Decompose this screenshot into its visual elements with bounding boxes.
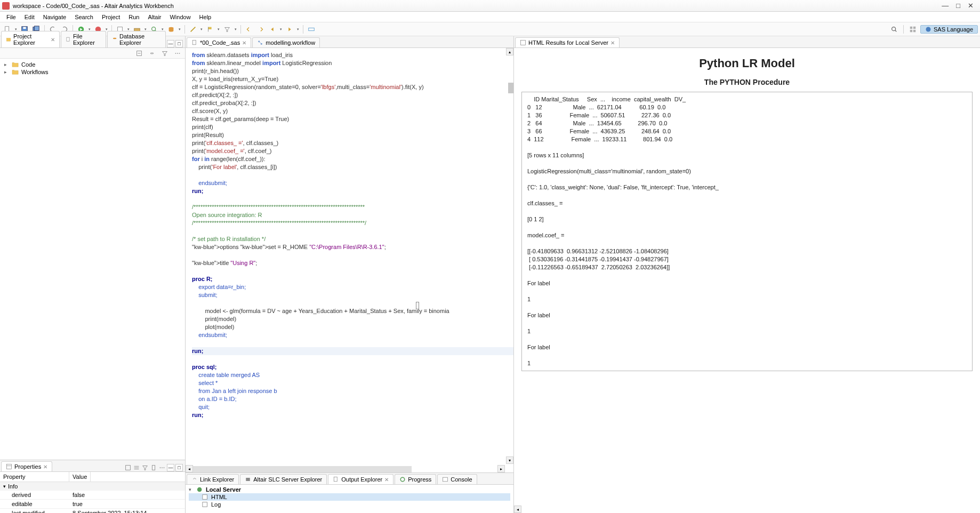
svg-rect-48 [443,477,448,482]
project-tree: ▸ Code ▸ Workflows [0,59,185,78]
chevron-down-icon[interactable]: ▾ [189,487,194,492]
close-icon[interactable]: ✕ [611,40,615,46]
menu-window[interactable]: Window [166,13,194,21]
code-editor[interactable]: from sklearn.datasets import load_irisfr… [186,48,513,472]
results-panel[interactable]: Python LR Model The PYTHON Procedure ID … [514,48,980,513]
svg-rect-37 [152,466,155,470]
props-btn5[interactable] [158,464,166,471]
menu-icon[interactable] [172,48,183,59]
pin-button[interactable] [306,24,317,35]
minimize-button[interactable]: — [942,2,949,10]
language-selector[interactable]: SAS Language [920,25,978,34]
menu-navigate[interactable]: Navigate [40,13,69,21]
scroll-down-button[interactable]: ▾ [506,456,513,464]
svg-rect-41 [192,41,196,45]
tab-file-explorer[interactable]: File Explorer [61,31,106,47]
svg-rect-33 [126,466,131,470]
text-cursor [416,302,419,309]
search-icon[interactable] [889,24,899,35]
scrollbar-horizontal[interactable] [193,466,412,472]
results-subtitle: The PYTHON Procedure [521,78,973,86]
tab-altair-server-explorer[interactable]: Altair SLC Server Explorer [240,474,327,484]
wand-button[interactable] [188,24,198,35]
properties-tabstrip: Properties ✕ — □ [0,460,185,472]
svg-point-39 [162,467,163,468]
server-item-log[interactable]: Log [189,501,510,508]
tab-link-explorer[interactable]: Link Explorer [187,474,239,484]
maximize-view-button[interactable]: □ [175,464,183,471]
tab-workflow[interactable]: modelling.workflow [252,37,320,47]
svg-rect-23 [6,38,11,41]
perspective-button[interactable] [907,24,918,35]
scroll-up-button[interactable]: ▴ [506,48,513,55]
scroll-right-button[interactable]: ▸ [497,465,505,472]
filter-tb-button[interactable] [222,24,232,35]
close-icon[interactable]: ✕ [43,464,47,470]
props-btn3[interactable] [141,464,149,471]
tree-item-code[interactable]: ▸ Code [3,61,182,68]
tab-console[interactable]: Console [437,474,477,484]
svg-rect-50 [203,495,207,500]
menu-project[interactable]: Project [99,13,123,21]
close-icon[interactable]: ✕ [51,37,55,43]
svg-rect-21 [913,29,915,31]
close-button[interactable]: ✕ [968,2,974,10]
chevron-right-icon[interactable]: ▸ [4,69,10,75]
svg-point-49 [197,487,202,492]
props-btn1[interactable] [124,464,132,471]
results-tabstrip: HTML Results for Local Server ✕ [514,36,980,48]
props-section-info[interactable]: ▾Info [0,482,185,491]
fwd-step-button[interactable] [255,24,266,35]
editor-tabstrip: *00_Code_.sas ✕ modelling.workflow [186,36,513,48]
maximize-view-button[interactable]: □ [175,40,183,47]
link-editor-button[interactable] [147,48,157,59]
svg-rect-45 [246,478,250,481]
db-tb-button[interactable] [166,24,176,35]
tab-properties[interactable]: Properties ✕ [1,461,52,471]
back-step-button[interactable] [244,24,254,35]
close-icon[interactable]: ✕ [242,40,246,46]
minimize-view-button[interactable]: — [167,464,174,471]
output-tabstrip: Link Explorer Altair SLC Server Explorer… [186,473,513,485]
svg-rect-18 [910,26,912,28]
tab-html-results[interactable]: HTML Results for Local Server ✕ [515,37,620,47]
tree-item-workflows[interactable]: ▸ Workflows [3,68,182,76]
close-icon[interactable]: ✕ [384,477,389,483]
chevron-right-icon[interactable]: ▸ [4,62,10,67]
tab-code-file[interactable]: *00_Code_.sas ✕ [187,37,251,47]
svg-rect-15 [309,28,315,30]
back-button[interactable] [267,24,278,35]
svg-rect-13 [208,27,212,29]
menu-help[interactable]: Help [196,13,215,21]
tab-progress[interactable]: Progress [395,474,436,484]
props-btn2[interactable] [133,464,140,471]
server-item-html[interactable]: HTML [189,493,510,501]
scroll-left-button[interactable]: ◂ [186,465,193,472]
flag-button[interactable] [205,24,215,35]
tab-database-explorer[interactable]: Database Explorer [107,31,166,47]
forward-button[interactable] [284,24,295,35]
scrollbar-thumb[interactable] [508,83,513,93]
app-icon [2,2,10,10]
menu-search[interactable]: Search [71,13,97,21]
props-header: Property Value [0,472,185,482]
tab-project-explorer[interactable]: Project Explorer ✕ [1,31,60,47]
svg-rect-2 [23,27,26,29]
menu-edit[interactable]: Edit [21,13,38,21]
menu-file[interactable]: File [3,13,19,21]
svg-line-44 [260,42,261,44]
collapse-all-button[interactable] [134,48,144,59]
server-item-local[interactable]: ▾ Local Server [189,486,510,493]
svg-rect-46 [334,477,337,482]
minimize-view-button[interactable]: — [167,40,174,47]
menu-run[interactable]: Run [125,13,142,21]
results-title: Python LR Model [521,57,973,70]
svg-rect-4 [35,26,39,30]
scroll-left-button[interactable]: ◂ [514,506,521,513]
props-btn4[interactable] [150,464,157,471]
maximize-button[interactable]: □ [956,2,960,10]
tab-output-explorer[interactable]: Output Explorer ✕ [328,474,393,484]
svg-point-9 [152,27,156,30]
filter-icon[interactable] [159,48,170,59]
menu-altair[interactable]: Altair [144,13,164,21]
